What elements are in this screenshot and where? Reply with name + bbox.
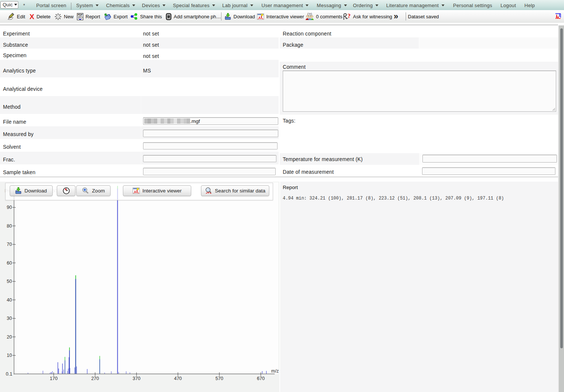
svg-text:?: ?	[348, 13, 351, 19]
svg-text:m/z: m/z	[271, 368, 279, 374]
svg-text:10: 10	[7, 353, 12, 358]
svg-text:40: 40	[7, 297, 12, 303]
svg-text:170: 170	[50, 376, 58, 381]
svg-text:20: 20	[7, 334, 12, 340]
svg-text:470: 470	[174, 376, 182, 381]
svg-text:PDF: PDF	[78, 13, 83, 16]
svg-text:90: 90	[7, 205, 12, 210]
svg-text:270: 270	[91, 376, 99, 381]
svg-text:570: 570	[216, 376, 223, 381]
svg-text:670: 670	[257, 376, 265, 381]
svg-text:50: 50	[7, 279, 12, 284]
svg-text:30: 30	[7, 316, 12, 321]
svg-text:0.1: 0.1	[6, 371, 12, 377]
svg-text:370: 370	[133, 376, 140, 381]
svg-text:60: 60	[7, 260, 12, 266]
svg-text:80: 80	[7, 223, 12, 229]
svg-text:70: 70	[7, 242, 12, 247]
